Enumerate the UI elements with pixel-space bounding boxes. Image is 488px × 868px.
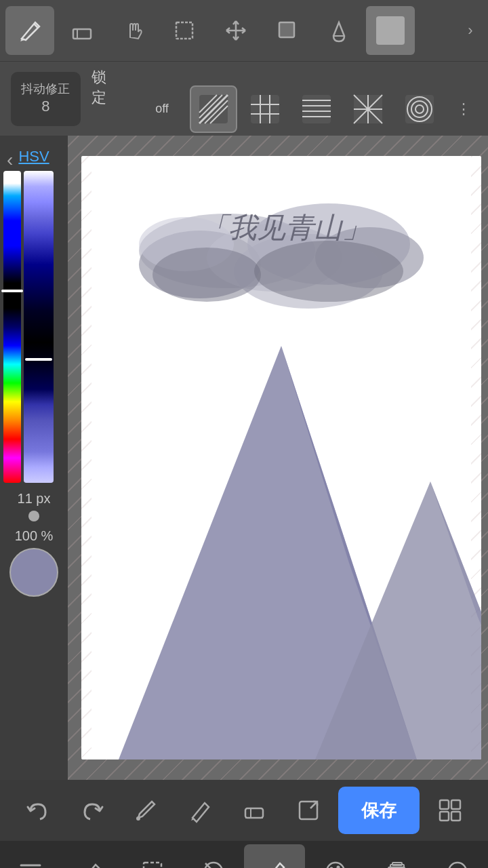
nav-edit-btn[interactable]	[61, 844, 122, 868]
nav-palette-btn[interactable]	[305, 844, 366, 868]
svg-point-60	[337, 866, 340, 869]
canvas-area[interactable]: 「我见青山」	[68, 136, 488, 780]
grid-view-btn[interactable]	[426, 787, 474, 834]
save-btn[interactable]: 保存	[338, 787, 420, 834]
lock-radial-btn[interactable]	[396, 85, 443, 133]
lock-label: 锁 定	[92, 67, 127, 108]
sv-indicator	[25, 358, 52, 361]
redo-btn[interactable]	[68, 787, 116, 834]
export-btn[interactable]	[285, 787, 332, 834]
svg-rect-15	[302, 95, 331, 123]
brush-size-indicator	[28, 511, 39, 521]
svg-point-67	[449, 863, 466, 868]
nav-eraser-btn[interactable]	[183, 844, 244, 868]
eraser-action-btn[interactable]	[230, 787, 278, 834]
svg-rect-55	[144, 863, 161, 868]
svg-rect-29	[405, 95, 434, 123]
rect-select-tool-btn[interactable]	[160, 6, 209, 55]
color-panel: ‹ HSV 11 px 100 %	[0, 136, 68, 780]
move-tool-btn[interactable]	[211, 6, 260, 55]
lock-horizontal-btn[interactable]	[293, 85, 340, 133]
nav-menu-btn[interactable]	[0, 844, 61, 868]
color-picker-area[interactable]	[3, 171, 64, 483]
svg-rect-48	[451, 800, 460, 809]
lock-grid-btn[interactable]	[241, 85, 289, 133]
svg-rect-49	[440, 812, 449, 821]
lock-perspective-btn[interactable]	[344, 85, 392, 133]
hsv-mode-label[interactable]: HSV	[18, 148, 49, 165]
color-pick-tool-btn[interactable]	[366, 6, 415, 55]
svg-point-41	[152, 248, 261, 302]
lock-bar: 抖动修正 8 锁 定 off	[0, 61, 488, 136]
svg-text:「我见青山」: 「我见青山」	[200, 212, 371, 243]
svg-point-42	[254, 241, 403, 302]
lock-off-btn[interactable]: off	[138, 85, 186, 133]
drawing-canvas[interactable]: 「我见青山」	[81, 156, 481, 760]
nav-brush-btn[interactable]	[244, 844, 305, 868]
bottom-nav	[0, 841, 488, 868]
top-toolbar: ›	[0, 0, 488, 61]
svg-rect-1	[176, 22, 192, 39]
svg-rect-50	[451, 812, 460, 821]
hue-bar[interactable]	[3, 171, 21, 483]
svg-point-44	[136, 816, 140, 821]
undo-btn[interactable]	[14, 787, 62, 834]
svg-rect-0	[73, 29, 91, 39]
opacity-label[interactable]: 100 %	[15, 528, 54, 544]
shake-correction-btn[interactable]: 抖动修正 8	[11, 72, 81, 126]
svg-rect-47	[440, 800, 449, 809]
svg-rect-45	[245, 808, 263, 818]
pen-tool-btn[interactable]	[5, 6, 54, 55]
hue-indicator	[1, 290, 23, 292]
lock-more-btn[interactable]: ⋮	[450, 85, 477, 133]
panel-collapse-btn[interactable]: ‹	[7, 149, 13, 171]
dropper-btn[interactable]	[122, 787, 169, 834]
canvas-content: 「我见青山」	[81, 156, 481, 760]
fill-tool-btn[interactable]	[263, 6, 312, 55]
current-color-swatch[interactable]	[9, 548, 58, 597]
svg-point-58	[327, 863, 344, 868]
eraser-tool-btn[interactable]	[57, 6, 106, 55]
brush-size-label[interactable]: 11 px	[18, 491, 51, 507]
pen-action-btn[interactable]	[176, 787, 224, 834]
nav-select-btn[interactable]	[122, 844, 183, 868]
nav-layers-btn[interactable]	[366, 844, 427, 868]
sv-bar[interactable]	[24, 171, 54, 483]
lock-options: off	[138, 85, 477, 133]
toolbar-expand-btn[interactable]: ›	[458, 6, 483, 55]
svg-rect-3	[279, 22, 294, 37]
bucket-tool-btn[interactable]	[314, 6, 363, 55]
svg-rect-10	[251, 95, 279, 123]
lock-diagonal-btn[interactable]	[190, 85, 237, 133]
bottom-action-bar: 保存	[0, 780, 488, 841]
hand-tool-btn[interactable]	[108, 6, 157, 55]
main-area: ‹ HSV 11 px 100 %	[0, 136, 488, 780]
nav-more-btn[interactable]	[427, 844, 488, 868]
